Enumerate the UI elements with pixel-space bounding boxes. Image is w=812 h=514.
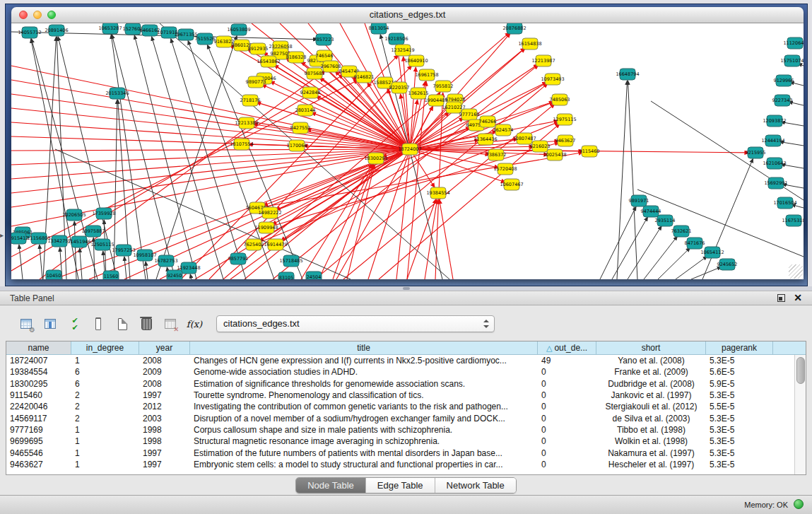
network-view-frame[interactable]: citations_edges.txt 14055712208914061065… <box>11 7 804 279</box>
column-header-short[interactable]: short <box>596 341 706 355</box>
graph-node-label: 8813054 <box>369 25 389 31</box>
cell: Embryonic stem cells: a model to study s… <box>190 460 538 469</box>
column-header-name[interactable]: name <box>6 341 71 355</box>
table-row[interactable]: 946362711997Embryonic stem cells: a mode… <box>6 459 806 470</box>
graph-edge[interactable] <box>628 226 661 279</box>
table-source-dropdown[interactable]: citations_edges.txt <box>216 315 495 332</box>
scrollbar-thumb[interactable] <box>796 357 805 384</box>
collapsed-panel-arrow-icon[interactable]: ▸ <box>0 231 4 239</box>
tab-edge-table[interactable]: Edge Table <box>365 478 435 493</box>
cell: Hescheler et al. (1997) <box>596 460 706 469</box>
divider-grab-handle[interactable] <box>403 287 410 290</box>
graph-edge[interactable] <box>658 247 690 279</box>
cell: 0 <box>538 367 596 377</box>
graph-edge[interactable] <box>11 66 410 149</box>
table-row[interactable]: 2242004622012Investigating the contribut… <box>6 401 806 412</box>
close-panel-icon[interactable]: ✕ <box>794 292 802 303</box>
create-column-button[interactable] <box>112 313 133 334</box>
graph-edge[interactable] <box>89 149 410 279</box>
graph-node-label: 9129966 <box>774 78 794 83</box>
graph-node-label: 2803144 <box>295 107 316 113</box>
graph-node-label: 18300295 <box>364 156 387 161</box>
column-select-icon <box>45 319 56 329</box>
graph-edge[interactable] <box>617 81 628 279</box>
table-row[interactable]: 1872400712008Changes of HCN gene express… <box>6 355 806 366</box>
graph-edge[interactable] <box>407 199 436 279</box>
graph-node-label: 16648794 <box>616 71 639 77</box>
cell: 2008 <box>139 356 190 366</box>
graph-edge[interactable] <box>676 256 707 279</box>
delete-columns-button[interactable] <box>136 313 157 334</box>
table-row[interactable]: 1456911722003Disruption of a novel membe… <box>6 412 806 424</box>
column-header-in_degree[interactable]: in_degree <box>71 341 139 355</box>
unselect-all-columns-button[interactable] <box>88 313 109 334</box>
graph-edge[interactable] <box>19 245 23 279</box>
graph-node-label: 11909948 <box>254 225 278 230</box>
select-all-columns-button[interactable]: ✔✔ <box>64 313 85 334</box>
show-columns-button[interactable] <box>40 313 61 334</box>
frame-resize-grip[interactable] <box>789 264 803 279</box>
graph-edge[interactable] <box>407 81 426 279</box>
graph-edge[interactable] <box>171 39 246 279</box>
graph-node-label: 12325419 <box>391 47 414 53</box>
graph-edge[interactable] <box>74 221 76 279</box>
network-canvas-container[interactable]: 1405571220891406106532871527602646616210… <box>11 23 804 279</box>
graph-edge[interactable] <box>40 245 42 279</box>
cell: 2003 <box>139 414 190 424</box>
graph-node-label: 3624574 <box>493 127 514 133</box>
cell: Tibbo et al. (1998) <box>596 425 706 435</box>
graph-edge[interactable] <box>11 149 410 179</box>
table-row[interactable]: 946554611997Estimation of the future num… <box>6 447 806 458</box>
graph-edge[interactable] <box>11 122 410 149</box>
graph-edge[interactable] <box>11 149 410 207</box>
graph-edge[interactable] <box>124 257 126 279</box>
cell: 5.3E-5 <box>706 425 773 435</box>
graph-edge[interactable] <box>440 199 453 279</box>
graph-node-label: 10958107 <box>133 252 156 258</box>
graph-node-label: 2967608 <box>321 64 341 69</box>
graph-edge[interactable] <box>425 199 437 279</box>
graph-node-label: 9146821 <box>354 74 375 80</box>
memory-ok-indicator[interactable] <box>794 499 804 509</box>
table-row[interactable]: 1938455462009Genome-wide association stu… <box>6 366 806 378</box>
table-row[interactable]: 911546021997Tourette syndrome. Phenomeno… <box>6 390 806 401</box>
tab-node-table[interactable]: Node Table <box>296 478 365 493</box>
cell: 0 <box>538 436 596 446</box>
cell: 19384554 <box>6 367 71 377</box>
graph-node-label: 20876882 <box>502 25 526 31</box>
graph-edge[interactable] <box>612 217 648 279</box>
table-row[interactable]: 977716911998Corpus callosum shape and si… <box>6 424 806 436</box>
graph-node-label: 16210227 <box>442 105 465 110</box>
float-panel-icon[interactable] <box>777 294 785 302</box>
graph-edge[interactable] <box>257 103 410 149</box>
cell: Tourette syndrome. Phenomenology and cla… <box>190 390 538 400</box>
graph-edge[interactable] <box>146 262 148 279</box>
column-header-pagerank[interactable]: pagerank <box>706 341 773 355</box>
graph-node-label: 19218506 <box>384 36 408 42</box>
node-table[interactable]: namein_degreeyeartitle△out_de...shortpag… <box>6 341 806 475</box>
graph-node-label: 18724007 <box>398 146 421 152</box>
delete-table-button[interactable]: ✕ <box>160 313 181 334</box>
table-mode-button[interactable]: ⚙ <box>16 313 37 334</box>
column-header-title[interactable]: title <box>190 341 538 355</box>
table-row[interactable]: 1830029562008Estimation of significance … <box>6 378 806 390</box>
column-header-year[interactable]: year <box>139 341 190 355</box>
graph-edge[interactable] <box>11 149 410 151</box>
column-header-out_de[interactable]: △out_de... <box>538 341 596 355</box>
graph-edge[interactable] <box>644 236 677 279</box>
network-frame-titlebar[interactable]: citations_edges.txt <box>11 7 804 23</box>
table-body[interactable]: 1872400712008Changes of HCN gene express… <box>6 355 806 470</box>
graph-node-label: 12444194 <box>761 138 784 144</box>
graph-node-label: 8186328 <box>286 54 307 60</box>
table-row[interactable]: 969969511998Structural magnetic resonanc… <box>6 436 806 447</box>
graph-edge[interactable] <box>691 267 722 279</box>
vertical-scrollbar[interactable] <box>794 355 806 474</box>
graph-edge[interactable] <box>156 36 237 279</box>
graph-edge[interactable] <box>80 248 82 279</box>
function-builder-button[interactable]: f(x) <box>184 313 205 334</box>
cell: 0 <box>538 379 596 389</box>
graph-edge[interactable] <box>11 149 410 165</box>
graph-node-label: 12975115 <box>553 117 576 122</box>
graph-edge[interactable] <box>190 274 192 279</box>
tab-network-table[interactable]: Network Table <box>435 478 516 493</box>
